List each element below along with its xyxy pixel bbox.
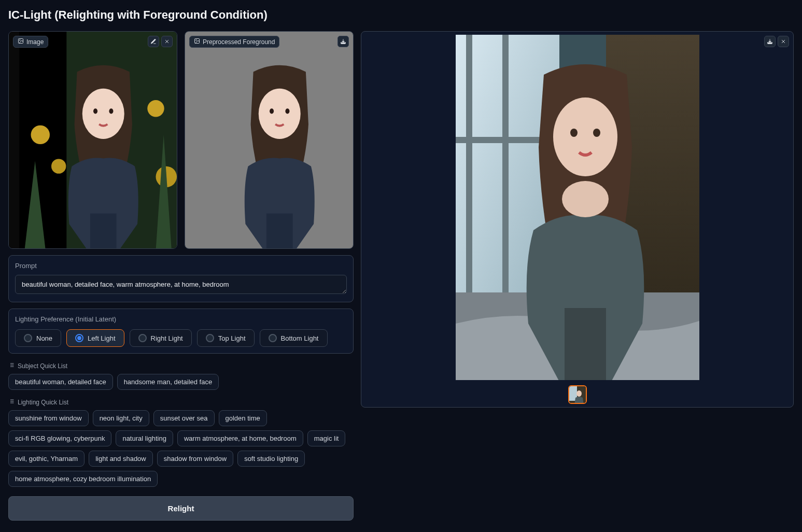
input-image-panel[interactable]: Image: [8, 31, 177, 249]
input-image-actions: [148, 36, 173, 47]
lighting-chip[interactable]: sci-fi RGB glowing, cyberpunk: [8, 430, 111, 446]
list-icon: [8, 362, 15, 370]
lighting-heading: Lighting Preference (Initial Latent): [15, 315, 347, 323]
lighting-quick-list: Lighting Quick List sunshine from window…: [8, 396, 354, 487]
download-output-button[interactable]: [764, 36, 776, 47]
radio-label: Bottom Light: [281, 334, 319, 342]
lighting-chips: sunshine from windowneon light, citysuns…: [8, 410, 354, 487]
subject-quick-header: Subject Quick List: [8, 360, 354, 370]
lighting-option-bottom-light[interactable]: Bottom Light: [260, 329, 328, 347]
prompt-label: Prompt: [15, 262, 347, 270]
subject-quick-label: Subject Quick List: [18, 362, 67, 370]
svg-point-23: [285, 108, 289, 114]
subject-chips: beautiful woman, detailed facehandsome m…: [8, 374, 354, 390]
lighting-option-none[interactable]: None: [15, 329, 61, 347]
preprocessed-label-text: Preprocessed Foreground: [203, 38, 275, 46]
svg-point-22: [270, 108, 274, 114]
lighting-radio-row: NoneLeft LightRight LightTop LightBottom…: [15, 329, 347, 347]
output-image-content[interactable]: [456, 35, 699, 380]
output-panel: [361, 31, 794, 408]
lighting-chip[interactable]: shadow from window: [157, 451, 233, 467]
svg-rect-15: [90, 214, 117, 248]
image-icon: [194, 38, 200, 46]
lighting-chip[interactable]: light and shadow: [89, 451, 153, 467]
subject-chip[interactable]: beautiful woman, detailed face: [8, 374, 113, 390]
svg-rect-43: [502, 35, 509, 292]
prompt-input[interactable]: [15, 275, 347, 294]
input-image-label-text: Image: [26, 38, 44, 46]
lighting-option-left-light[interactable]: Left Light: [66, 329, 124, 347]
list-icon: [8, 398, 15, 406]
lighting-chip[interactable]: soft studio lighting: [237, 451, 305, 467]
radio-label: None: [36, 334, 52, 342]
lighting-chip[interactable]: warm atmosphere, at home, bedroom: [177, 430, 303, 446]
page-title: IC-Light (Relighting with Foreground Con…: [8, 8, 794, 22]
radio-label: Right Light: [151, 334, 183, 342]
svg-point-55: [576, 390, 582, 397]
image-row: Image: [8, 31, 354, 249]
svg-point-12: [82, 89, 124, 139]
lighting-panel: Lighting Preference (Initial Latent) Non…: [8, 309, 354, 354]
lighting-quick-label: Lighting Quick List: [18, 399, 68, 406]
radio-icon: [24, 334, 32, 342]
lighting-chip[interactable]: sunset over sea: [153, 410, 215, 426]
radio-label: Top Light: [218, 334, 246, 342]
input-image-content: [9, 32, 177, 248]
subject-chip[interactable]: handsome man, detailed face: [117, 374, 219, 390]
radio-icon: [206, 334, 214, 342]
output-gallery-thumbs: [568, 385, 587, 404]
input-image-label: Image: [13, 36, 48, 48]
svg-point-48: [553, 97, 617, 176]
radio-icon: [138, 334, 147, 342]
lighting-option-top-light[interactable]: Top Light: [197, 329, 255, 347]
lighting-option-right-light[interactable]: Right Light: [130, 329, 192, 347]
lighting-chip[interactable]: magic lit: [307, 430, 346, 446]
svg-rect-42: [466, 35, 472, 292]
left-column: Image: [8, 31, 354, 521]
clear-image-button[interactable]: [161, 36, 173, 47]
right-column: [361, 31, 794, 408]
svg-point-13: [93, 108, 97, 114]
lighting-chip[interactable]: neon light, city: [93, 410, 149, 426]
edit-image-button[interactable]: [148, 36, 159, 47]
gallery-thumb-0[interactable]: [568, 385, 587, 404]
lighting-quick-header: Lighting Quick List: [8, 396, 354, 406]
svg-point-14: [109, 108, 113, 114]
preprocessed-panel[interactable]: Preprocessed Foreground: [185, 31, 354, 249]
lighting-chip[interactable]: sunshine from window: [8, 410, 89, 426]
preprocessed-actions: [337, 36, 349, 47]
image-icon: [18, 38, 24, 46]
svg-point-52: [562, 181, 609, 217]
radio-icon: [269, 334, 277, 342]
radio-label: Left Light: [88, 334, 116, 342]
preprocessed-label: Preprocessed Foreground: [189, 36, 279, 48]
svg-point-21: [259, 89, 301, 139]
svg-point-49: [570, 129, 578, 137]
prompt-panel: Prompt: [8, 255, 354, 302]
lighting-chip[interactable]: home atmosphere, cozy bedroom illuminati…: [8, 471, 158, 487]
lighting-chip[interactable]: natural lighting: [116, 430, 173, 446]
subject-quick-list: Subject Quick List beautiful woman, deta…: [8, 360, 354, 390]
svg-point-8: [51, 159, 66, 173]
relight-button[interactable]: Relight: [8, 496, 354, 521]
clear-output-button[interactable]: [778, 36, 789, 47]
svg-point-7: [31, 125, 50, 144]
lighting-chip[interactable]: evil, gothic, Yharnam: [8, 451, 85, 467]
app-container: Image: [8, 31, 794, 521]
svg-point-17: [196, 40, 197, 41]
svg-point-1: [20, 40, 21, 41]
preprocessed-image-content: [185, 32, 353, 248]
radio-icon: [75, 334, 83, 342]
download-preprocessed-button[interactable]: [337, 36, 349, 47]
svg-point-9: [147, 100, 164, 117]
lighting-chip[interactable]: golden time: [219, 410, 267, 426]
svg-rect-24: [266, 214, 293, 248]
output-actions: [764, 36, 789, 47]
svg-point-50: [593, 129, 600, 137]
svg-rect-51: [565, 308, 606, 380]
